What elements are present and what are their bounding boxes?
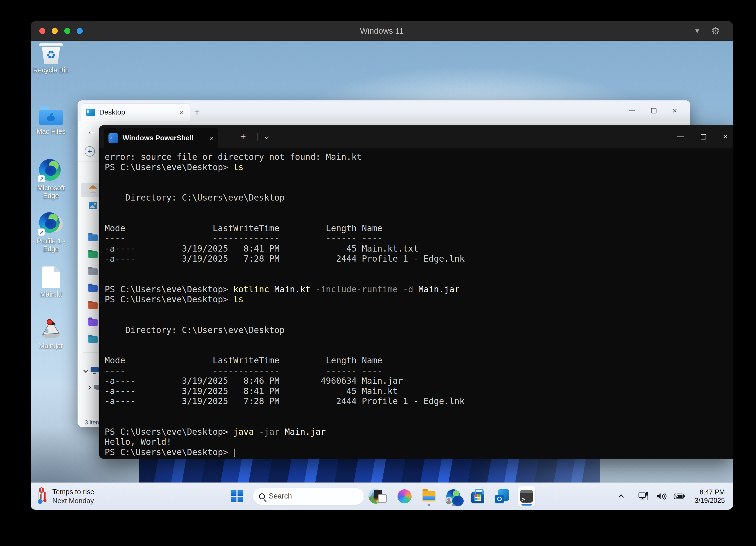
desktop-icon-mac-files[interactable]: Mac Files: [31, 106, 71, 135]
sidebar-item-home[interactable]: [88, 184, 98, 193]
apple-logo-icon: [46, 113, 56, 122]
shortcut-arrow-icon: ↗: [38, 228, 45, 235]
terminal-content[interactable]: error: source file or directory not foun…: [99, 148, 733, 459]
terminal-line: [105, 274, 733, 285]
copilot-button[interactable]: [396, 486, 413, 507]
terminal-line: PS C:\Users\eve\Desktop>: [105, 447, 733, 458]
file-explorer-icon: [422, 491, 435, 502]
gallery-icon: [88, 201, 98, 209]
active-app-indicator: [521, 504, 532, 506]
downloads-folder-icon: [88, 251, 98, 258]
terminal-line: Directory: C:\Users\eve\Desktop: [105, 325, 733, 336]
explorer-close-button[interactable]: ×: [672, 107, 677, 115]
terminal-line: Mode LastWriteTime Length Name: [105, 223, 733, 234]
network-tray-icon[interactable]: [638, 492, 649, 501]
terminal-minimize-button[interactable]: [677, 134, 684, 139]
explorer-tab-desktop[interactable]: Desktop ×: [81, 104, 190, 121]
microsoft-store-icon: [471, 492, 484, 503]
explorer-tab-bar: Desktop × + ×: [78, 100, 690, 121]
terminal-line: -a---- 3/19/2025 8:41 PM 45 Main.kt: [105, 386, 733, 397]
shortcut-arrow-icon: ↗: [38, 175, 45, 182]
terminal-tab-title: Windows PowerShell: [123, 134, 210, 142]
explorer-new-button[interactable]: +: [85, 146, 95, 156]
sidebar-item-documents[interactable]: [88, 268, 98, 275]
explorer-new-tab-button[interactable]: +: [194, 106, 200, 118]
taskbar-search-box[interactable]: [253, 488, 364, 505]
terminal-line: [105, 335, 733, 346]
desktop-tab-icon: [86, 109, 95, 116]
terminal-line: PS C:\Users\eve\Desktop> java -jar Main.…: [105, 427, 733, 437]
terminal-line: error: source file or directory not foun…: [105, 152, 733, 162]
battery-tray-icon[interactable]: [674, 493, 685, 500]
pictures-folder-icon: [88, 285, 98, 292]
tray-date: 3/19/2025: [695, 496, 725, 505]
sidebar-item-this-pc[interactable]: [84, 367, 99, 374]
sidebar-item-gallery[interactable]: [88, 201, 98, 209]
terminal-line: [105, 407, 733, 417]
terminal-line: ---- ------------- ------ ----: [105, 233, 733, 244]
terminal-new-tab-button[interactable]: +: [240, 125, 246, 148]
desktop-icon-microsoft-edge[interactable]: ↗ Microsoft Edge: [31, 159, 71, 200]
desktop-icon-label: Main.kt: [31, 291, 71, 298]
sidebar-item-folder[interactable]: [88, 336, 98, 343]
chevron-down-icon[interactable]: [84, 368, 88, 373]
desktop-icon-label: Recycle Bin: [31, 66, 71, 74]
file-explorer-button[interactable]: [420, 486, 438, 507]
task-view-button[interactable]: [371, 486, 389, 507]
desktop-icon-profile-1-edge[interactable]: ↗ Profile 1 - Edge: [31, 212, 71, 253]
windows-bloom-wallpaper: [139, 457, 600, 483]
terminal-tab-dropdown-button[interactable]: [265, 135, 268, 139]
windows-desktop: ♻ Recycle Bin Mac Files ↗ Microsoft: [31, 41, 733, 510]
powershell-icon: ›_: [108, 133, 118, 143]
sidebar-item-music[interactable]: [88, 302, 98, 309]
terminal-line: Mode LastWriteTime Length Name: [105, 356, 733, 366]
tray-time: 8:47 PM: [695, 488, 725, 496]
terminal-window: ›_ Windows PowerShell × + × error: sourc…: [99, 125, 733, 459]
settings-gear-icon[interactable]: ⚙: [711, 21, 720, 41]
terminal-close-button[interactable]: ×: [723, 133, 728, 141]
terminal-line: -a---- 3/19/2025 7:28 PM 2444 Profile 1 …: [105, 396, 733, 407]
sidebar-item-downloads[interactable]: [88, 251, 98, 258]
weather-widget[interactable]: 1 Temps to rise Next Monday: [37, 483, 94, 510]
folder-icon: [39, 106, 63, 125]
thermometer-icon: 1: [37, 488, 49, 505]
desktop-icon-label: Mac Files: [31, 127, 71, 135]
close-tab-icon[interactable]: ×: [210, 135, 214, 142]
desktop-icon-recycle-bin[interactable]: ♻ Recycle Bin: [31, 43, 71, 74]
terminal-button[interactable]: >_: [518, 486, 535, 507]
vm-window: Windows 11 ▼ ⚙ ♻ Recycle Bin: [31, 21, 733, 510]
volume-tray-icon[interactable]: [656, 492, 667, 500]
sidebar-item-videos[interactable]: [88, 319, 98, 326]
microsoft-store-button[interactable]: [469, 486, 486, 507]
terminal-cursor: [234, 449, 235, 457]
explorer-maximize-button[interactable]: [651, 108, 656, 113]
taskbar-clock[interactable]: 8:47 PM 3/19/2025: [695, 488, 725, 505]
chevron-right-icon[interactable]: [87, 385, 91, 390]
teal-folder-icon: [88, 336, 98, 343]
system-tray: 8:47 PM 3/19/2025: [619, 483, 725, 510]
this-pc-icon: [90, 367, 99, 374]
terminal-line: [105, 417, 733, 427]
terminal-tab-powershell[interactable]: ›_ Windows PowerShell ×: [104, 128, 218, 148]
task-view-icon: [374, 490, 387, 503]
explorer-minimize-button[interactable]: [629, 108, 635, 113]
tray-overflow-chevron-icon[interactable]: [619, 494, 624, 500]
widget-headline: Temps to rise: [52, 488, 94, 496]
search-input[interactable]: [269, 492, 365, 500]
edge-button[interactable]: [445, 486, 462, 507]
desktop-icon-main-kt[interactable]: Main.kt: [31, 266, 71, 298]
desktop-icon-main-jar[interactable]: Main.jar: [31, 317, 71, 350]
sidebar-item-desktop[interactable]: [88, 234, 98, 241]
vm-titlebar[interactable]: Windows 11 ▼ ⚙: [31, 21, 733, 41]
outlook-button[interactable]: O: [494, 486, 511, 507]
back-arrow-icon[interactable]: ←: [87, 125, 97, 137]
desktop-icon-label: Profile 1 - Edge: [31, 237, 71, 253]
java-jar-icon: [40, 317, 62, 340]
close-tab-icon[interactable]: ×: [179, 109, 185, 116]
dropdown-triangle-icon[interactable]: ▼: [694, 21, 700, 41]
widget-subline: Next Monday: [52, 497, 94, 505]
terminal-line: -a---- 3/19/2025 8:41 PM 45 Main.kt.txt: [105, 244, 733, 254]
start-button[interactable]: [228, 486, 246, 507]
sidebar-item-pictures[interactable]: [88, 285, 98, 292]
terminal-maximize-button[interactable]: [701, 134, 706, 139]
